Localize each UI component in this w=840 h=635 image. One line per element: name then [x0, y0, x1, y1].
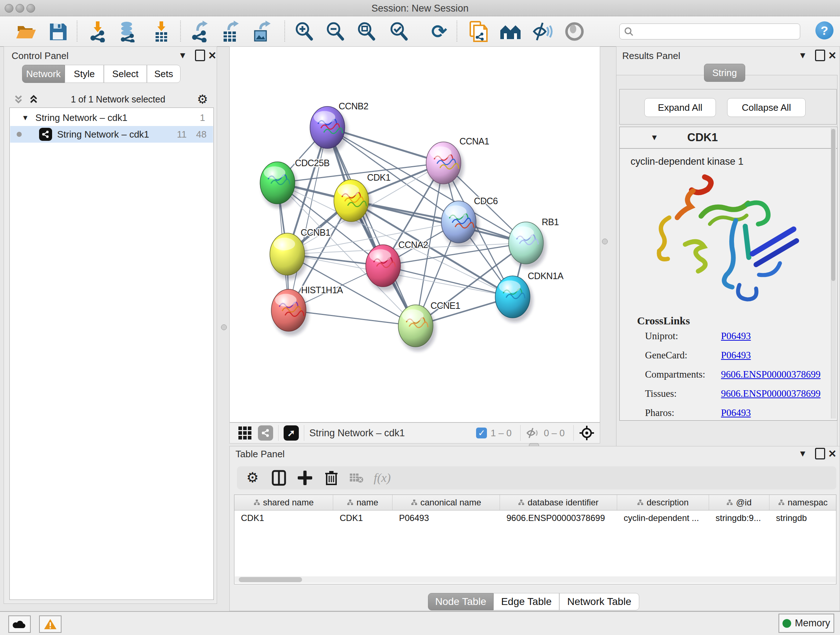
tab-sets[interactable]: Sets — [147, 65, 180, 83]
right-splitter-handle[interactable] — [602, 239, 608, 244]
gene-section-header[interactable]: ▼ CDK1 — [620, 127, 837, 149]
show-columns-icon[interactable] — [272, 470, 286, 486]
import-network-button[interactable] — [87, 20, 110, 43]
tab-network[interactable]: Network — [22, 65, 65, 83]
column-header-name[interactable]: name — [333, 495, 393, 510]
crosshair-birdseye-icon[interactable] — [579, 425, 595, 441]
column-header-description[interactable]: description — [617, 495, 709, 510]
network-node-CCNE1[interactable] — [398, 305, 436, 351]
column-header-namespac[interactable]: namespac — [769, 495, 836, 510]
add-column-plus-icon[interactable] — [298, 470, 312, 485]
zoom-fit-button[interactable] — [355, 20, 378, 43]
table-settings-gear-icon[interactable]: ⚙ — [245, 470, 260, 486]
table-panel-float-button[interactable] — [815, 448, 825, 459]
table-hscrollbar[interactable] — [235, 576, 836, 583]
tree-expand-caret[interactable]: ▼ — [22, 114, 29, 122]
import-database-button[interactable] — [117, 20, 140, 43]
hide-selection-button[interactable] — [531, 20, 554, 43]
zoom-in-button[interactable] — [292, 20, 316, 43]
section-collapse-caret[interactable]: ▼ — [651, 133, 658, 142]
table-cell[interactable]: 9606.ENSP00000378699 — [500, 510, 617, 526]
table-cell[interactable]: stringdb:9... — [709, 510, 769, 526]
tree-root-row[interactable]: ▼ String Network – cdk1 1 — [10, 109, 213, 126]
delete-column-trash-icon[interactable] — [325, 470, 338, 486]
control-panel-float-button[interactable] — [195, 50, 205, 61]
results-panel-close-button[interactable]: ✕ — [828, 50, 836, 62]
tree-network-label: String Network – cdk1 — [57, 129, 149, 140]
control-panel-menu-caret[interactable]: ▼ — [178, 50, 187, 60]
network-node-RB1[interactable] — [508, 222, 546, 268]
warning-button[interactable] — [39, 616, 62, 633]
grid-view-icon[interactable] — [238, 426, 252, 440]
crosslink-value-link[interactable]: 9606.ENSP00000378699 — [721, 369, 821, 380]
table-cell[interactable]: CDK1 — [333, 510, 393, 526]
network-node-CDK1[interactable] — [334, 180, 371, 226]
network-node-label: CDC6 — [474, 196, 498, 206]
selected-checkbox-icon[interactable]: ✓ — [476, 428, 487, 439]
export-network-button[interactable] — [189, 20, 212, 43]
column-header-database-identifier[interactable]: database identifier — [500, 495, 617, 510]
export-image-button[interactable] — [250, 20, 273, 43]
expand-all-chevron-icon[interactable] — [28, 94, 39, 105]
show-view-button[interactable] — [563, 20, 586, 43]
network-canvas[interactable]: CCNB2CCNA1CDC25BCDK1CDC6RB1CCNB1CCNA2CDK… — [229, 46, 600, 423]
table-panel-close-button[interactable]: ✕ — [828, 448, 836, 460]
save-session-button[interactable] — [46, 20, 69, 43]
memory-button[interactable]: Memory — [778, 614, 834, 633]
results-panel-menu-caret[interactable]: ▼ — [798, 50, 807, 60]
crosslink-value-link[interactable]: P06493 — [721, 331, 751, 342]
tree-network-row[interactable]: String Network – cdk1 11 48 — [10, 126, 213, 143]
table-cell[interactable]: cyclin-dependent ... — [617, 510, 709, 526]
refresh-button[interactable]: ⟳ — [428, 20, 451, 43]
network-node-CCNB1[interactable] — [270, 233, 308, 279]
gear-icon[interactable]: ⚙ — [197, 92, 208, 106]
zoom-selected-button[interactable] — [387, 20, 410, 43]
tab-edge-table[interactable]: Edge Table — [493, 593, 559, 610]
network-node-CDC6[interactable] — [441, 201, 479, 247]
results-panel-float-button[interactable] — [815, 50, 825, 61]
crosslink-label: Compartments: — [645, 369, 721, 380]
home-string-button[interactable] — [499, 20, 523, 43]
table-cell[interactable]: stringdb — [769, 510, 836, 526]
results-buttons-box: Expand All Collapse All — [619, 89, 837, 125]
collapse-all-button[interactable]: Collapse All — [727, 98, 806, 117]
network-node-CCNA1[interactable] — [426, 142, 464, 188]
zoom-out-button[interactable] — [324, 20, 347, 43]
cloud-button[interactable] — [8, 616, 31, 633]
table-cell[interactable]: CDK1 — [234, 510, 333, 526]
left-splitter-handle[interactable] — [221, 325, 227, 330]
collapse-all-chevron-icon[interactable] — [13, 94, 24, 105]
import-table-button[interactable] — [150, 20, 173, 43]
crosslink-value-link[interactable]: P06493 — [721, 407, 751, 418]
tab-network-table[interactable]: Network Table — [559, 593, 639, 610]
help-button[interactable]: ? — [815, 21, 834, 40]
results-scrollbar-thumb[interactable] — [831, 129, 835, 281]
crosslink-value-link[interactable]: 9606.ENSP00000378699 — [721, 388, 821, 399]
network-graph[interactable]: CCNB2CCNA1CDC25BCDK1CDC6RB1CCNB1CCNA2CDK… — [230, 47, 600, 422]
network-node-CDKN1A[interactable] — [495, 276, 533, 322]
tab-node-table[interactable]: Node Table — [428, 593, 493, 610]
string-view-icon[interactable] — [258, 425, 273, 440]
network-node-CCNB2[interactable] — [310, 106, 347, 153]
tab-select[interactable]: Select — [104, 65, 147, 83]
clipboard-network-button[interactable] — [467, 20, 490, 43]
table-cell[interactable]: P06493 — [393, 510, 500, 526]
column-header-@id[interactable]: @id — [709, 495, 769, 510]
export-table-button[interactable] — [219, 20, 242, 43]
column-header-canonical-name[interactable]: canonical name — [393, 495, 500, 510]
table-hscrollbar-thumb[interactable] — [239, 577, 302, 582]
column-header-shared-name[interactable]: shared name — [234, 495, 333, 510]
open-in-window-button[interactable]: ➚ — [284, 425, 299, 440]
expand-all-button[interactable]: Expand All — [644, 98, 716, 117]
tab-string[interactable]: String — [704, 64, 745, 82]
control-panel-close-button[interactable]: ✕ — [208, 50, 216, 62]
table-panel-menu-caret[interactable]: ▼ — [798, 448, 807, 459]
network-node-CDC25B[interactable] — [260, 162, 298, 208]
open-session-button[interactable] — [14, 20, 38, 43]
tab-style[interactable]: Style — [65, 65, 104, 83]
search-input[interactable] — [637, 26, 790, 37]
network-node-HIST1H1A[interactable] — [271, 289, 309, 336]
crosslink-value-link[interactable]: P06493 — [721, 350, 751, 361]
network-node-CCNA2[interactable] — [366, 245, 403, 291]
toolbar-search[interactable] — [619, 24, 800, 40]
